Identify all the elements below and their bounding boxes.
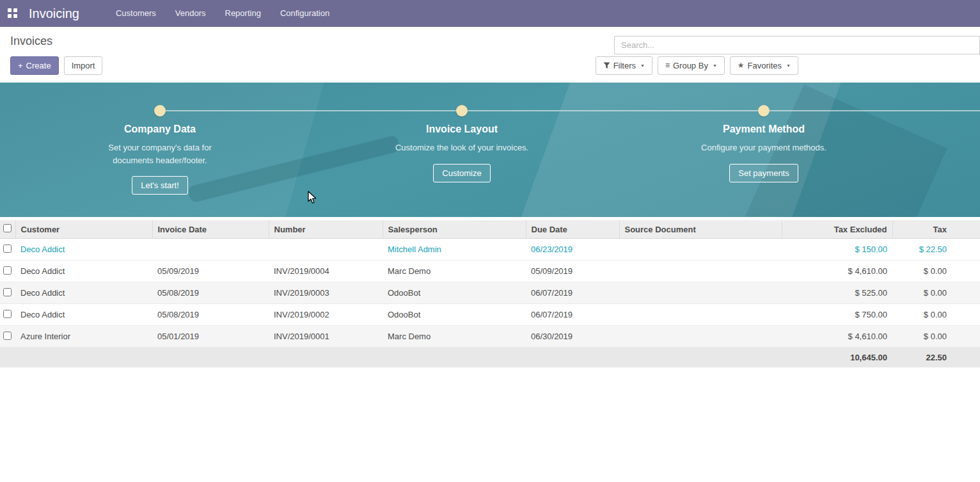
onboarding-step-invoice-layout: Invoice Layout Customize the look of you… — [366, 124, 558, 182]
cell-due-date: 06/30/2019 — [526, 326, 619, 348]
invoice-row[interactable]: Deco Addict 05/08/2019 INV/2019/0002 Odo… — [0, 304, 980, 326]
totals-row: 10,645.00 22.50 — [0, 348, 980, 368]
star-icon: ★ — [738, 61, 745, 70]
cell-customer: Deco Addict — [15, 304, 152, 326]
cell-customer: Azure Interior — [15, 326, 152, 348]
cell-invoice-date: 05/08/2019 — [152, 282, 269, 304]
cell-due-date: 06/07/2019 — [526, 282, 619, 304]
cell-salesperson: OdooBot — [383, 304, 526, 326]
onboarding-step-company-data: Company Data Set your company's data for… — [64, 124, 256, 195]
cell-invoice-date: 05/01/2019 — [152, 326, 269, 348]
row-checkbox-cell — [0, 239, 15, 261]
cell-source-document — [619, 282, 782, 304]
customize-button[interactable]: Customize — [433, 164, 490, 182]
header-source-document[interactable]: Source Document — [619, 220, 782, 239]
step-title: Payment Method — [668, 124, 860, 135]
cell-salesperson: Marc Demo — [383, 261, 526, 282]
onboarding-step-dot — [154, 105, 166, 116]
row-checkbox-cell — [0, 304, 15, 326]
header-number[interactable]: Number — [269, 220, 383, 239]
caret-down-icon: ▼ — [713, 61, 717, 70]
cell-invoice-date: 05/09/2019 — [152, 261, 269, 282]
onboarding-step-payment-method: Payment Method Configure your payment me… — [668, 124, 860, 182]
action-buttons: + Create Import — [10, 56, 102, 75]
header-customer[interactable]: Customer — [15, 220, 152, 239]
cell-source-document — [619, 261, 782, 282]
caret-down-icon: ▼ — [640, 61, 645, 70]
cell-due-date: 05/09/2019 — [526, 261, 619, 282]
cell-invoice-date — [152, 239, 269, 261]
group-by-button[interactable]: ≡ Group By ▼ — [658, 56, 725, 75]
top-navbar: Invoicing Customers Vendors Reporting Co… — [0, 0, 980, 27]
cell-tax-excluded: $ 4,610.00 — [782, 261, 892, 282]
row-checkbox[interactable] — [3, 245, 12, 253]
step-description: Configure your payment methods. — [694, 141, 834, 154]
cell-number: INV/2019/0004 — [269, 261, 383, 282]
header-tax-excluded[interactable]: Tax Excluded — [782, 220, 892, 239]
onboarding-banner: Company Data Set your company's data for… — [0, 83, 980, 217]
favorites-button-label: Favorites — [748, 61, 782, 70]
caret-down-icon: ▼ — [786, 61, 791, 70]
header-invoice-date[interactable]: Invoice Date — [152, 220, 269, 239]
menu-item-vendors[interactable]: Vendors — [166, 0, 216, 27]
select-all-checkbox[interactable] — [3, 224, 12, 232]
cell-number: INV/2019/0003 — [269, 282, 383, 304]
cell-source-document — [619, 239, 782, 261]
create-button[interactable]: + Create — [10, 56, 59, 75]
header-salesperson[interactable]: Salesperson — [383, 220, 526, 239]
row-checkbox[interactable] — [3, 310, 12, 318]
row-checkbox[interactable] — [3, 266, 12, 275]
apps-grid-icon[interactable] — [8, 8, 19, 19]
cell-tax: $ 0.00 — [892, 261, 980, 282]
cell-customer: Deco Addict — [15, 261, 152, 282]
invoice-list: Customer Invoice Date Number Salesperson… — [0, 220, 980, 367]
control-buttons-row: + Create Import Filters ▼ ≡ Group By — [10, 56, 980, 75]
cell-tax-excluded: $ 525.00 — [782, 282, 892, 304]
cell-source-document — [619, 304, 782, 326]
invoice-row[interactable]: Deco Addict 05/09/2019 INV/2019/0004 Mar… — [0, 261, 980, 282]
create-button-label: Create — [26, 61, 51, 70]
cell-tax-excluded: $ 150.00 — [782, 239, 892, 261]
app-title[interactable]: Invoicing — [29, 6, 79, 21]
search-input[interactable] — [614, 36, 980, 54]
menu-item-customers[interactable]: Customers — [106, 0, 166, 27]
cell-tax-excluded: $ 4,610.00 — [782, 326, 892, 348]
import-button-label: Import — [72, 61, 95, 70]
filter-funnel-icon — [603, 62, 610, 69]
step-description: Customize the look of your invoices. — [392, 141, 532, 154]
filters-button[interactable]: Filters ▼ — [596, 56, 652, 75]
top-menu: Customers Vendors Reporting Configuratio… — [106, 0, 339, 27]
favorites-button[interactable]: ★ Favorites ▼ — [730, 56, 798, 75]
step-description: Set your company's data for documents he… — [90, 141, 230, 166]
menu-item-reporting[interactable]: Reporting — [216, 0, 271, 27]
total-tax-excluded: 10,645.00 — [782, 348, 892, 368]
invoice-row[interactable]: Deco Addict 05/08/2019 INV/2019/0003 Odo… — [0, 282, 980, 304]
cell-tax-excluded: $ 750.00 — [782, 304, 892, 326]
cell-tax: $ 0.00 — [892, 282, 980, 304]
cell-salesperson: OdooBot — [383, 282, 526, 304]
search-option-buttons: Filters ▼ ≡ Group By ▼ ★ Favorites ▼ — [596, 56, 798, 75]
row-checkbox-cell — [0, 282, 15, 304]
header-due-date[interactable]: Due Date — [526, 220, 619, 239]
import-button[interactable]: Import — [64, 56, 103, 75]
cell-source-document — [619, 326, 782, 348]
cell-invoice-date: 05/08/2019 — [152, 304, 269, 326]
invoice-row[interactable]: Azure Interior 05/01/2019 INV/2019/0001 … — [0, 326, 980, 348]
onboarding-step-dot — [758, 105, 770, 116]
invoice-row[interactable]: Deco Addict Mitchell Admin 06/23/2019 $ … — [0, 239, 980, 261]
plus-icon: + — [18, 61, 23, 70]
set-payments-button[interactable]: Set payments — [729, 164, 798, 182]
lets-start-button[interactable]: Let's start! — [132, 176, 188, 195]
cell-tax: $ 0.00 — [892, 304, 980, 326]
step-title: Invoice Layout — [366, 124, 558, 135]
cell-number — [269, 239, 383, 261]
invoicing-app-page: Invoicing Customers Vendors Reporting Co… — [0, 0, 980, 482]
cell-customer: Deco Addict — [15, 239, 152, 261]
table-header-row: Customer Invoice Date Number Salesperson… — [0, 220, 980, 239]
menu-item-configuration[interactable]: Configuration — [271, 0, 339, 27]
header-tax[interactable]: Tax — [892, 220, 980, 239]
row-checkbox[interactable] — [3, 332, 12, 340]
select-all-cell — [0, 220, 15, 239]
row-checkbox[interactable] — [3, 288, 12, 296]
cell-salesperson: Marc Demo — [383, 326, 526, 348]
